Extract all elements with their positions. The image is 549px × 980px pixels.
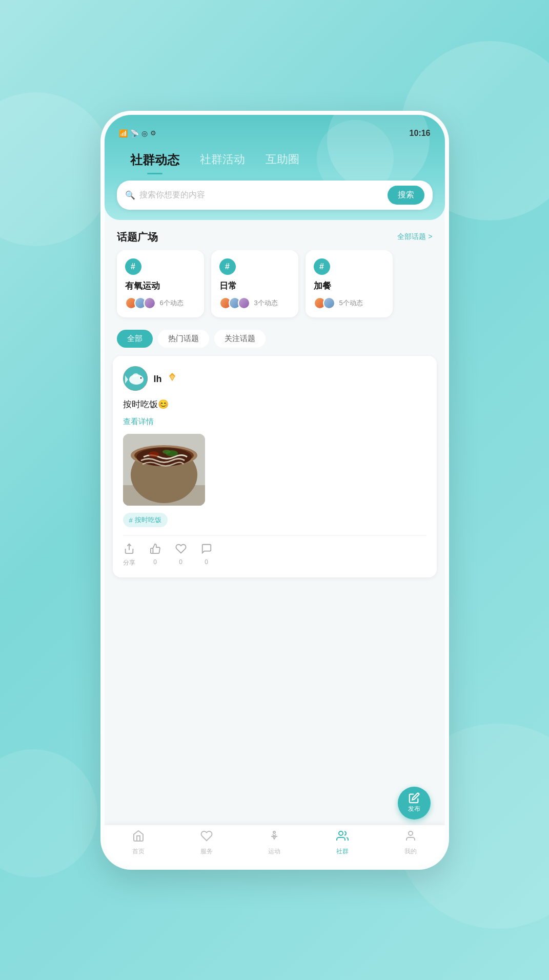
nav-exercise[interactable]: 运动 (260, 827, 289, 859)
comment-button[interactable]: 0 (201, 543, 212, 567)
post-avatar (123, 366, 148, 391)
topic-meta-0: 6个动态 (125, 297, 196, 309)
topics-scroll: # 有氧运动 6个动态 # 日常 (105, 250, 445, 326)
bowl-svg (123, 434, 205, 506)
share-button[interactable]: 分享 (123, 543, 135, 567)
heart-count: 0 (179, 558, 182, 566)
community-icon (336, 830, 349, 845)
avatar-svg (123, 366, 148, 391)
nfc-icon: ◎ (141, 129, 148, 137)
share-label: 分享 (123, 558, 135, 567)
noodle-bowl-visual (123, 434, 205, 506)
search-icon: 🔍 (125, 190, 135, 200)
topic-card-1[interactable]: # 日常 3个动态 (211, 250, 298, 317)
topic-section-title: 话题广场 (117, 230, 158, 244)
topic-hash-icon-2: # (314, 258, 330, 275)
service-icon (200, 830, 213, 845)
svg-point-4 (140, 377, 141, 378)
search-container: 🔍 搜索你想要的内容 搜索 (105, 172, 445, 210)
share-icon (124, 543, 135, 557)
post-header: lh (123, 366, 426, 391)
svg-point-18 (273, 831, 275, 833)
nav-exercise-label: 运动 (268, 847, 280, 856)
topic-count-2: 5个动态 (339, 298, 363, 308)
topic-avatars-2 (314, 297, 332, 309)
tab-mutual-aid[interactable]: 互助圈 (255, 148, 310, 172)
nav-service-label: 服务 (200, 847, 213, 856)
topic-card-0[interactable]: # 有氧运动 6个动态 (117, 250, 204, 317)
nav-home[interactable]: 首页 (124, 827, 153, 859)
nav-profile[interactable]: 我的 (396, 827, 425, 859)
filter-tab-followed[interactable]: 关注话题 (214, 330, 266, 348)
status-icons: 📶 📡 ◎ ⚙ (119, 129, 156, 137)
topic-count-0: 6个动态 (160, 298, 184, 308)
app-icon-small: ⚙ (150, 129, 156, 137)
post-content: 按时吃饭😊 (123, 398, 426, 411)
tag-text: 按时吃饭 (135, 515, 161, 525)
svg-point-20 (409, 831, 413, 835)
like-button[interactable]: 0 (150, 543, 161, 567)
signal-icon: 📶 (119, 129, 128, 137)
topic-avatars-1 (219, 297, 247, 309)
topic-avatar-2b (323, 297, 335, 309)
publish-fab[interactable]: 发布 (398, 787, 431, 819)
post-username: lh (154, 374, 162, 384)
phone-frame: 📶 📡 ◎ ⚙ 10:16 社群动态 社群活动 互助圈 🔍 搜索你想要的内容 搜… (100, 111, 449, 870)
profile-icon (404, 830, 417, 845)
topic-card-2[interactable]: # 加餐 5个动态 (306, 250, 393, 317)
topic-avatar-0c (144, 297, 156, 309)
edit-icon (409, 792, 420, 804)
post-card: lh 按时吃饭😊 查看详情 (113, 356, 437, 578)
search-placeholder-text: 搜索你想要的内容 (139, 190, 388, 201)
svg-point-15 (162, 450, 171, 454)
topic-section-header: 话题广场 全部话题 > (105, 220, 445, 250)
tag-hash: # (129, 516, 133, 524)
topic-meta-1: 3个动态 (219, 297, 290, 309)
topic-count-1: 3个动态 (254, 298, 278, 308)
topic-name-1: 日常 (219, 280, 290, 292)
thumbs-up-icon (150, 543, 161, 557)
status-bar: 📶 📡 ◎ ⚙ 10:16 (105, 119, 445, 142)
tab-community-feed[interactable]: 社群动态 (120, 148, 190, 172)
nav-service[interactable]: 服务 (192, 827, 221, 859)
topic-hash-icon-1: # (219, 258, 236, 275)
topic-more-link[interactable]: 全部话题 > (397, 232, 432, 242)
post-actions: 分享 0 (123, 535, 426, 567)
comment-count: 0 (205, 558, 208, 566)
status-time: 10:16 (410, 129, 431, 138)
post-detail-link[interactable]: 查看详情 (123, 417, 426, 427)
wifi-icon: 📡 (130, 129, 139, 137)
nav-home-label: 首页 (132, 847, 145, 856)
topic-name-0: 有氧运动 (125, 280, 196, 292)
main-tabs: 社群动态 社群活动 互助圈 (105, 142, 445, 172)
vip-badge (167, 372, 177, 382)
svg-point-16 (149, 451, 159, 457)
comment-icon (201, 543, 212, 557)
tab-community-events[interactable]: 社群活动 (190, 148, 255, 172)
filter-tabs: 全部 热门话题 关注话题 (105, 326, 445, 356)
exercise-icon (268, 830, 280, 845)
topic-avatars-0 (125, 297, 153, 309)
bottom-navigation: 首页 服务 运动 (105, 825, 445, 866)
like-count: 0 (153, 558, 157, 566)
nav-community-label: 社群 (336, 847, 349, 856)
content-area: 话题广场 全部话题 > # 有氧运动 6个动态 # 日常 (105, 220, 445, 866)
post-food-image (123, 434, 205, 506)
filter-tab-hot[interactable]: 热门话题 (158, 330, 209, 348)
topic-name-2: 加餐 (314, 280, 384, 292)
search-button[interactable]: 搜索 (388, 186, 424, 205)
post-user-info: lh (154, 372, 177, 385)
nav-profile-label: 我的 (404, 847, 417, 856)
topic-meta-2: 5个动态 (314, 297, 384, 309)
fab-label: 发布 (408, 805, 420, 813)
nav-community[interactable]: 社群 (328, 827, 357, 859)
home-icon (132, 830, 145, 845)
filter-tab-all[interactable]: 全部 (117, 330, 153, 348)
search-bar[interactable]: 🔍 搜索你想要的内容 搜索 (117, 181, 433, 210)
heart-button[interactable]: 0 (175, 543, 187, 567)
topic-avatar-1c (238, 297, 250, 309)
topic-hash-icon-0: # (125, 258, 141, 275)
heart-icon (175, 543, 187, 557)
post-tag[interactable]: # 按时吃饭 (123, 513, 168, 527)
header-background: 📶 📡 ◎ ⚙ 10:16 社群动态 社群活动 互助圈 🔍 搜索你想要的内容 搜… (105, 115, 445, 220)
